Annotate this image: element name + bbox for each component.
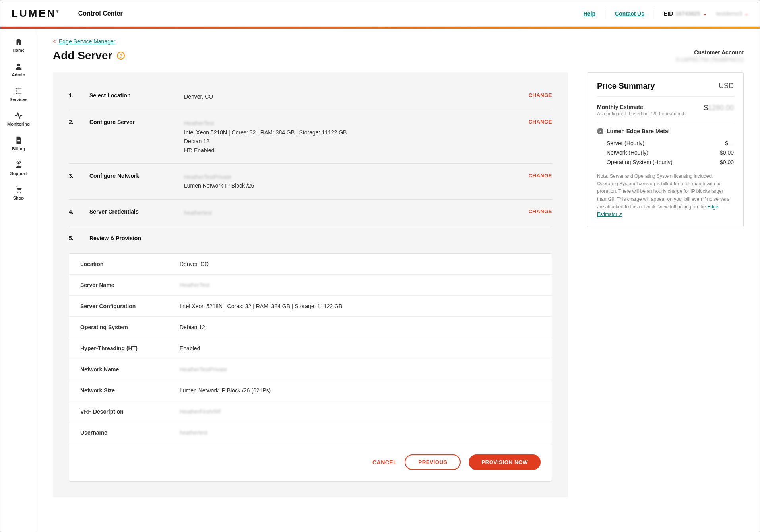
svg-point-1 <box>15 88 17 90</box>
contact-us-link[interactable]: Contact Us <box>615 10 644 17</box>
step-value: Denver, CO <box>184 92 518 101</box>
step-number: 3. <box>69 173 78 190</box>
invoice-icon <box>14 136 23 145</box>
header: LUMEN Control Center Help Contact Us EID… <box>0 0 760 27</box>
server-name: HeatherTest <box>184 119 518 128</box>
step-number: 2. <box>69 119 78 155</box>
page-title: Add Server <box>53 49 112 62</box>
step-label: Configure Server <box>89 119 173 155</box>
chevron-down-icon: ⌄ <box>703 11 707 16</box>
review-row: VRF DescriptionHeatherFirstVRF <box>69 401 552 422</box>
step-value: HeatherTest Intel Xeon 5218N | Cores: 32… <box>184 119 518 155</box>
chevron-left-icon: < <box>53 39 56 44</box>
sidebar-item-billing[interactable]: Billing <box>0 131 37 156</box>
product-name: Lumen Edge Bare Metal <box>607 128 670 134</box>
svg-rect-2 <box>17 89 21 89</box>
review-value: Lumen Network IP Block /26 (62 IPs) <box>180 387 541 394</box>
review-row: Server ConfigurationIntel Xeon 5218N | C… <box>69 296 552 317</box>
sidebar-item-label: Admin <box>12 72 25 77</box>
svg-rect-6 <box>17 93 21 94</box>
wizard-panel: 1. Select Location Denver, CO CHANGE 2. … <box>53 72 568 497</box>
sidebar: Home Admin Services Monitoring Billing S… <box>0 29 37 532</box>
line-item-label: Operating System (Hourly) <box>607 159 673 165</box>
change-button[interactable]: CHANGE <box>529 208 552 217</box>
sidebar-item-label: Support <box>10 171 27 176</box>
customer-account-value: 5-LWP8C754 (TestBPNCC) <box>676 56 744 63</box>
line-item-label: Network (Hourly) <box>607 150 648 156</box>
breadcrumb: < Edge Service Manager <box>53 38 744 45</box>
step-value: heathertest <box>184 208 518 217</box>
customer-account: Customer Account 5-LWP8C754 (TestBPNCC) <box>676 49 744 63</box>
review-key: Network Size <box>80 387 180 394</box>
review-row: Network NameHeatherTestPrivate <box>69 359 552 380</box>
step-number: 5. <box>69 235 78 241</box>
sidebar-item-admin[interactable]: Admin <box>0 57 37 82</box>
sidebar-item-services[interactable]: Services <box>0 82 37 107</box>
svg-point-5 <box>15 93 17 94</box>
activity-icon <box>14 111 23 120</box>
eid-label: EID <box>664 10 673 17</box>
server-ht: HT: Enabled <box>184 146 518 155</box>
change-button[interactable]: CHANGE <box>529 173 552 190</box>
help-link[interactable]: Help <box>584 10 595 17</box>
network-name: HeatherTestPrivate <box>184 173 518 181</box>
review-card: LocationDenver, COServer NameHeatherTest… <box>69 253 552 482</box>
review-row: Operating SystemDebian 12 <box>69 317 552 338</box>
sidebar-item-label: Monitoring <box>7 122 30 126</box>
svg-point-11 <box>20 192 21 193</box>
sidebar-item-label: Billing <box>12 146 25 151</box>
external-link-icon: ↗ <box>618 212 622 217</box>
line-item: Operating System (Hourly)$0.00 <box>607 157 734 167</box>
change-button[interactable]: CHANGE <box>529 92 552 101</box>
cancel-button[interactable]: CANCEL <box>372 459 397 466</box>
step-select-location: 1. Select Location Denver, CO CHANGE <box>69 83 552 110</box>
review-key: Location <box>80 261 180 267</box>
help-circle-icon[interactable]: ? <box>117 52 125 60</box>
sidebar-item-home[interactable]: Home <box>0 33 37 57</box>
previous-button[interactable]: PREVIOUS <box>405 454 461 470</box>
currency-label: USD <box>719 82 734 90</box>
monthly-estimate-label: Monthly Estimate <box>597 104 686 110</box>
review-row: Hyper-Threading (HT)Enabled <box>69 338 552 359</box>
review-row: Usernameheathertest <box>69 422 552 443</box>
support-icon <box>14 161 23 169</box>
line-item: Network (Hourly)$0.00 <box>607 148 734 157</box>
review-value: HeatherTest <box>180 282 541 288</box>
line-item: Server (Hourly)$… <box>607 138 734 148</box>
eid-dropdown[interactable]: EID 16743825 ⌄ <box>664 10 707 17</box>
breadcrumb-link[interactable]: Edge Service Manager <box>59 38 115 45</box>
review-value: Enabled <box>180 345 541 351</box>
line-item-label: Server (Hourly) <box>607 140 644 146</box>
user-icon <box>14 62 23 71</box>
monthly-estimate-value: $1280.00 <box>704 104 734 112</box>
server-spec: Intel Xeon 5218N | Cores: 32 | RAM: 384 … <box>184 128 518 137</box>
provision-now-button[interactable]: PROVISION NOW <box>469 454 541 470</box>
main-content: < Edge Service Manager Add Server ? Cust… <box>37 29 760 532</box>
svg-rect-8 <box>17 142 20 142</box>
separator <box>654 8 654 19</box>
monthly-estimate-sub: As configured, based on 720 hours/month <box>597 111 686 116</box>
sidebar-item-monitoring[interactable]: Monitoring <box>0 107 37 131</box>
review-key: Username <box>80 429 180 436</box>
review-value: Denver, CO <box>180 261 541 267</box>
cart-icon <box>14 185 23 194</box>
review-value: Intel Xeon 5218N | Cores: 32 | RAM: 384 … <box>180 303 541 309</box>
product-heading: ✓ Lumen Edge Bare Metal <box>597 128 734 134</box>
review-value: heathertest <box>180 429 541 436</box>
user-value: testdemo3 <box>716 10 742 17</box>
price-summary-panel: Price Summary USD Monthly Estimate As co… <box>587 72 744 227</box>
step-label: Review & Provision <box>89 235 173 241</box>
user-dropdown[interactable]: testdemo3 ⌄ <box>716 10 748 17</box>
credentials-username: heathertest <box>184 208 518 217</box>
step-number: 4. <box>69 208 78 217</box>
sidebar-item-shop[interactable]: Shop <box>0 181 37 205</box>
chevron-down-icon: ⌄ <box>744 11 748 16</box>
step-configure-server: 2. Configure Server HeatherTest Intel Xe… <box>69 110 552 164</box>
step-value: HeatherTestPrivate Lumen Network IP Bloc… <box>184 173 518 190</box>
sidebar-item-support[interactable]: Support <box>0 156 37 181</box>
sidebar-item-label: Shop <box>13 196 24 200</box>
app-title: Control Center <box>78 10 123 17</box>
change-button[interactable]: CHANGE <box>529 119 552 155</box>
review-value: HeatherTestPrivate <box>180 366 541 373</box>
svg-point-0 <box>17 64 20 66</box>
